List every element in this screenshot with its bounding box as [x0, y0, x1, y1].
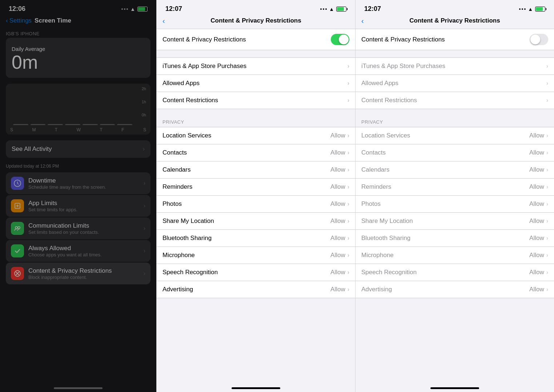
list-row-microphone-enabled[interactable]: Microphone Allow ›	[157, 247, 355, 264]
downtime-text: Downtime Schedule time away from the scr…	[28, 177, 139, 190]
sidebar-item-app-limits[interactable]: App Limits Set time limits for apps. ›	[6, 195, 150, 217]
toggle-label-disabled: Content & Privacy Restrictions	[361, 36, 445, 43]
reminders-value-enabled: Allow	[330, 183, 345, 191]
wifi-icon-enabled: ▲	[329, 6, 334, 12]
location-label-disabled: Location Services	[361, 132, 529, 139]
back-button-disabled[interactable]: ‹	[361, 17, 364, 24]
list-row-share-location-enabled[interactable]: Share My Location Allow ›	[157, 213, 355, 230]
microphone-value-disabled: Allow	[529, 252, 544, 259]
speech-value-disabled: Allow	[529, 269, 544, 276]
bluetooth-value-disabled: Allow	[529, 235, 544, 242]
app-limits-title: App Limits	[28, 200, 139, 207]
comm-limits-icon	[11, 222, 24, 235]
reminders-chevron-enabled: ›	[348, 184, 349, 190]
nav-title-enabled: Content & Privacy Restrictions	[210, 17, 301, 24]
contacts-label-enabled: Contacts	[162, 149, 330, 156]
list-row-itunes-enabled[interactable]: iTunes & App Store Purchases ›	[157, 58, 355, 75]
list-row-content-restrictions-enabled[interactable]: Content Restrictions ›	[157, 92, 355, 109]
y-label-0h: 0h	[142, 113, 146, 117]
bar-f	[100, 124, 115, 125]
toggle-switch-enabled[interactable]	[331, 34, 349, 45]
x-label-m: M	[32, 127, 36, 132]
microphone-chevron-enabled: ›	[348, 252, 349, 259]
home-bar-disabled	[430, 387, 479, 389]
bluetooth-chevron-disabled: ›	[546, 235, 548, 241]
comm-limits-subtitle: Set limits based on your contacts.	[28, 229, 139, 235]
list-row-bluetooth-enabled[interactable]: Bluetooth Sharing Allow ›	[157, 230, 355, 247]
microphone-chevron-disabled: ›	[546, 252, 548, 259]
bluetooth-label-enabled: Bluetooth Sharing	[162, 235, 330, 242]
back-chevron-left: ‹	[6, 17, 8, 24]
sidebar-item-always-allowed[interactable]: Always Allowed Choose apps you want at a…	[6, 240, 150, 262]
list-row-contacts-enabled[interactable]: Contacts Allow ›	[157, 144, 355, 161]
battery-fill-disabled	[536, 7, 543, 11]
contacts-label-disabled: Contacts	[361, 149, 529, 156]
panel-disabled: 12:07 ▲ ‹ Content & Privacy Restrictions…	[355, 0, 554, 392]
location-chevron-enabled: ›	[348, 132, 349, 139]
status-icons-enabled: ▲	[320, 6, 346, 12]
downtime-icon	[11, 177, 24, 190]
y-label-1h: 1h	[142, 100, 146, 104]
comm-limits-chevron: ›	[144, 225, 145, 232]
avg-label: Daily Average	[12, 46, 145, 52]
dot3	[127, 8, 128, 10]
usage-chart: 2h 1h 0h S M T W T F S	[6, 84, 150, 135]
back-chevron-disabled: ‹	[361, 17, 364, 24]
list-row-reminders-disabled: Reminders Allow ›	[356, 179, 554, 196]
app-limits-text: App Limits Set time limits for apps.	[28, 200, 139, 212]
photos-chevron-disabled: ›	[546, 201, 548, 207]
content-restrictions-chevron-disabled: ›	[546, 97, 548, 104]
microphone-label-disabled: Microphone	[361, 252, 529, 259]
always-allowed-title: Always Allowed	[28, 245, 139, 252]
always-allowed-subtitle: Choose apps you want at all times.	[28, 252, 139, 257]
photos-value-disabled: Allow	[529, 200, 544, 208]
see-all-activity[interactable]: See All Activity ›	[6, 140, 150, 158]
nav-title-left: Screen Time	[35, 17, 71, 24]
advertising-label-disabled: Advertising	[361, 286, 529, 293]
list-row-allowed-apps-enabled[interactable]: Allowed Apps ›	[157, 75, 355, 92]
top-list-disabled: iTunes & App Store Purchases › Allowed A…	[356, 57, 554, 109]
photos-chevron-enabled: ›	[348, 201, 349, 207]
dot2-disabled	[522, 8, 523, 10]
list-row-advertising-enabled[interactable]: Advertising Allow ›	[157, 281, 355, 298]
back-button-enabled[interactable]: ‹	[162, 17, 165, 24]
list-row-photos-enabled[interactable]: Photos Allow ›	[157, 196, 355, 213]
signal-dots	[121, 8, 128, 10]
battery-fill	[138, 7, 145, 11]
toggle-row-enabled: Content & Privacy Restrictions	[157, 29, 355, 50]
nav-title-disabled: Content & Privacy Restrictions	[409, 17, 500, 24]
downtime-chevron: ›	[144, 180, 145, 187]
list-row-reminders-enabled[interactable]: Reminders Allow ›	[157, 179, 355, 196]
home-indicator-left	[54, 387, 103, 389]
list-row-content-restrictions-disabled: Content Restrictions ›	[356, 92, 554, 109]
battery-icon-disabled	[535, 7, 545, 12]
list-row-bluetooth-disabled: Bluetooth Sharing Allow ›	[356, 230, 554, 247]
sidebar-item-comm-limits[interactable]: Communication Limits Set limits based on…	[6, 217, 150, 239]
itunes-chevron-disabled: ›	[546, 63, 548, 69]
sidebar-item-downtime[interactable]: Downtime Schedule time away from the scr…	[6, 172, 150, 194]
home-indicator-enabled	[157, 380, 355, 392]
back-button-left[interactable]: ‹ Settings	[6, 17, 32, 24]
sidebar-item-content-privacy[interactable]: Content & Privacy Restrictions Block ina…	[6, 263, 150, 284]
toggle-thumb-disabled	[530, 35, 540, 44]
status-bar-disabled: 12:07 ▲	[356, 0, 554, 16]
advertising-value-enabled: Allow	[330, 286, 345, 293]
comm-limits-text: Communication Limits Set limits based on…	[28, 222, 139, 235]
toggle-switch-disabled[interactable]	[530, 34, 548, 45]
dot1	[121, 8, 123, 10]
bluetooth-value-enabled: Allow	[330, 235, 345, 242]
itunes-label-enabled: iTunes & App Store Purchases	[162, 63, 348, 70]
content-area-enabled: Content & Privacy Restrictions iTunes & …	[157, 29, 355, 380]
list-row-calendars-enabled[interactable]: Calendars Allow ›	[157, 161, 355, 179]
status-icons-disabled: ▲	[519, 6, 545, 12]
content-privacy-subtitle: Block inappropriate content.	[28, 275, 139, 280]
privacy-header-disabled: PRIVACY	[356, 116, 554, 127]
content-privacy-title: Content & Privacy Restrictions	[28, 267, 139, 275]
list-row-speech-enabled[interactable]: Speech Recognition Allow ›	[157, 264, 355, 281]
list-row-location-enabled[interactable]: Location Services Allow ›	[157, 127, 355, 144]
y-label-2h: 2h	[142, 87, 146, 91]
content-restrictions-label-disabled: Content Restrictions	[361, 97, 546, 104]
list-row-location-disabled: Location Services Allow ›	[356, 127, 554, 144]
speech-label-enabled: Speech Recognition	[162, 269, 330, 276]
bar-w	[65, 124, 80, 125]
